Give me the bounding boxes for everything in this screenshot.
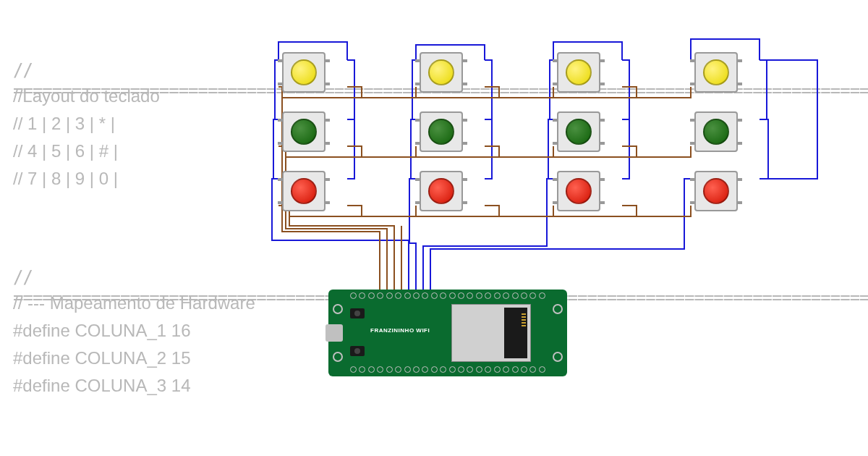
- code-layout-title: //Layout do teclado: [13, 86, 160, 106]
- keypad-button-9[interactable]: [557, 171, 600, 211]
- keypad-button-6[interactable]: [557, 111, 600, 152]
- mounting-hole-icon: [553, 304, 563, 314]
- keypad-button-hash[interactable]: [694, 111, 738, 152]
- keypad-button-2[interactable]: [420, 52, 463, 93]
- keypad-button-star[interactable]: [694, 52, 738, 93]
- esp32-chip-icon: [451, 304, 531, 362]
- board-label: FRANZININHO WIFI: [370, 327, 430, 334]
- keypad-button-1[interactable]: [282, 52, 326, 93]
- pin-header-bottom: [350, 366, 545, 373]
- code-define2: #define COLUNA_2 15: [13, 348, 190, 368]
- keypad-button-5[interactable]: [420, 111, 463, 152]
- keypad-button-4[interactable]: [282, 111, 326, 152]
- keypad-button-0[interactable]: [694, 171, 738, 211]
- pin-header-top: [350, 292, 545, 300]
- usb-port-icon: [326, 324, 343, 342]
- keypad-button-7[interactable]: [282, 171, 326, 211]
- mounting-hole-icon: [333, 304, 343, 314]
- board-button[interactable]: [350, 308, 365, 318]
- keypad-button-8[interactable]: [420, 171, 463, 211]
- code-layout-row1: // 1 | 2 | 3 | * |: [13, 114, 115, 134]
- code-mapping-title: // --- Mapeamento de Hardware: [13, 293, 255, 313]
- code-layout-row2: // 4 | 5 | 6 | # |: [13, 141, 118, 161]
- code-define1: #define COLUNA_1 16: [13, 321, 190, 341]
- keypad-button-3[interactable]: [557, 52, 600, 93]
- code-layout-row3: // 7 | 8 | 9 | 0 |: [13, 169, 118, 189]
- mounting-hole-icon: [553, 352, 563, 362]
- franzininho-board[interactable]: FRANZININHO WIFI: [328, 290, 567, 376]
- mounting-hole-icon: [333, 352, 343, 362]
- code-define3: #define COLUNA_3 14: [13, 376, 190, 396]
- board-button[interactable]: [350, 346, 365, 356]
